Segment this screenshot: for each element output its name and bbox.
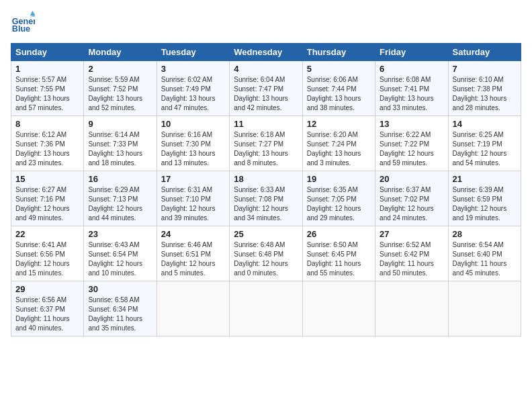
calendar-cell xyxy=(375,281,448,336)
calendar-cell: 13 Sunrise: 6:22 AMSunset: 7:22 PMDaylig… xyxy=(375,116,448,171)
cell-content: Sunrise: 6:16 AMSunset: 7:30 PMDaylight:… xyxy=(161,131,216,167)
calendar-cell: 9 Sunrise: 6:14 AMSunset: 7:33 PMDayligh… xyxy=(84,116,157,171)
cell-content: Sunrise: 6:25 AMSunset: 7:19 PMDaylight:… xyxy=(453,131,507,167)
calendar-cell: 14 Sunrise: 6:25 AMSunset: 7:19 PMDaylig… xyxy=(448,116,521,171)
calendar-cell: 2 Sunrise: 5:59 AMSunset: 7:52 PMDayligh… xyxy=(84,61,157,116)
logo-icon: General Blue xyxy=(11,11,35,35)
day-number: 23 xyxy=(88,229,152,239)
calendar-table: SundayMondayTuesdayWednesdayThursdayFrid… xyxy=(11,43,521,336)
calendar-cell: 12 Sunrise: 6:20 AMSunset: 7:24 PMDaylig… xyxy=(302,116,375,171)
calendar-cell: 16 Sunrise: 6:29 AMSunset: 7:13 PMDaylig… xyxy=(84,171,157,226)
day-number: 18 xyxy=(234,174,298,184)
day-number: 27 xyxy=(380,229,443,239)
cell-content: Sunrise: 6:02 AMSunset: 7:49 PMDaylight:… xyxy=(161,76,216,111)
cell-content: Sunrise: 6:58 AMSunset: 6:34 PMDaylight:… xyxy=(88,296,142,332)
calendar-cell xyxy=(302,281,375,336)
cell-content: Sunrise: 5:59 AMSunset: 7:52 PMDaylight:… xyxy=(88,76,142,111)
cell-content: Sunrise: 6:56 AMSunset: 6:37 PMDaylight:… xyxy=(15,296,70,332)
cell-content: Sunrise: 6:37 AMSunset: 7:02 PMDaylight:… xyxy=(380,186,434,222)
day-number: 14 xyxy=(453,119,517,129)
calendar-cell: 27 Sunrise: 6:52 AMSunset: 6:42 PMDaylig… xyxy=(375,226,448,281)
calendar-cell: 6 Sunrise: 6:08 AMSunset: 7:41 PMDayligh… xyxy=(375,61,448,116)
cell-content: Sunrise: 6:08 AMSunset: 7:41 PMDaylight:… xyxy=(380,76,434,111)
calendar-cell: 29 Sunrise: 6:56 AMSunset: 6:37 PMDaylig… xyxy=(11,281,84,336)
calendar-cell: 22 Sunrise: 6:41 AMSunset: 6:56 PMDaylig… xyxy=(11,226,84,281)
day-header-wednesday: Wednesday xyxy=(230,44,302,61)
day-number: 17 xyxy=(161,174,225,184)
day-number: 24 xyxy=(161,229,225,239)
calendar-cell xyxy=(448,281,521,336)
calendar-cell: 26 Sunrise: 6:50 AMSunset: 6:45 PMDaylig… xyxy=(302,226,375,281)
calendar-cell: 25 Sunrise: 6:48 AMSunset: 6:48 PMDaylig… xyxy=(230,226,302,281)
cell-content: Sunrise: 6:46 AMSunset: 6:51 PMDaylight:… xyxy=(161,241,216,277)
day-number: 15 xyxy=(15,174,79,184)
calendar-cell xyxy=(157,281,229,336)
day-header-saturday: Saturday xyxy=(448,44,521,61)
day-number: 16 xyxy=(88,174,152,184)
cell-content: Sunrise: 6:22 AMSunset: 7:22 PMDaylight:… xyxy=(380,131,434,167)
calendar-cell: 11 Sunrise: 6:18 AMSunset: 7:27 PMDaylig… xyxy=(230,116,302,171)
calendar-cell: 19 Sunrise: 6:35 AMSunset: 7:05 PMDaylig… xyxy=(302,171,375,226)
svg-text:Blue: Blue xyxy=(12,24,30,34)
day-number: 19 xyxy=(307,174,371,184)
cell-content: Sunrise: 6:20 AMSunset: 7:24 PMDaylight:… xyxy=(307,131,361,167)
calendar-cell: 15 Sunrise: 6:27 AMSunset: 7:16 PMDaylig… xyxy=(11,171,84,226)
calendar-cell: 1 Sunrise: 5:57 AMSunset: 7:55 PMDayligh… xyxy=(11,61,84,116)
cell-content: Sunrise: 6:14 AMSunset: 7:33 PMDaylight:… xyxy=(88,131,142,167)
calendar-cell: 5 Sunrise: 6:06 AMSunset: 7:44 PMDayligh… xyxy=(302,61,375,116)
calendar-cell: 3 Sunrise: 6:02 AMSunset: 7:49 PMDayligh… xyxy=(157,61,229,116)
calendar-cell xyxy=(230,281,302,336)
calendar-week-1: 1 Sunrise: 5:57 AMSunset: 7:55 PMDayligh… xyxy=(11,61,521,116)
day-number: 26 xyxy=(307,229,371,239)
day-number: 30 xyxy=(88,284,152,294)
cell-content: Sunrise: 6:29 AMSunset: 7:13 PMDaylight:… xyxy=(88,186,142,222)
cell-content: Sunrise: 6:54 AMSunset: 6:40 PMDaylight:… xyxy=(453,241,507,277)
day-number: 1 xyxy=(15,64,79,74)
cell-content: Sunrise: 6:27 AMSunset: 7:16 PMDaylight:… xyxy=(15,186,70,222)
day-number: 9 xyxy=(88,119,152,129)
day-number: 8 xyxy=(15,119,79,129)
day-number: 3 xyxy=(161,64,225,74)
cell-content: Sunrise: 6:35 AMSunset: 7:05 PMDaylight:… xyxy=(307,186,361,222)
logo: General Blue xyxy=(11,11,35,35)
calendar-cell: 30 Sunrise: 6:58 AMSunset: 6:34 PMDaylig… xyxy=(84,281,157,336)
cell-content: Sunrise: 6:52 AMSunset: 6:42 PMDaylight:… xyxy=(380,241,434,277)
day-number: 2 xyxy=(88,64,152,74)
day-number: 11 xyxy=(234,119,298,129)
cell-content: Sunrise: 6:18 AMSunset: 7:27 PMDaylight:… xyxy=(234,131,288,167)
cell-content: Sunrise: 6:43 AMSunset: 6:54 PMDaylight:… xyxy=(88,241,142,277)
calendar-body: 1 Sunrise: 5:57 AMSunset: 7:55 PMDayligh… xyxy=(11,61,521,336)
day-header-thursday: Thursday xyxy=(302,44,375,61)
cell-content: Sunrise: 6:06 AMSunset: 7:44 PMDaylight:… xyxy=(307,76,361,111)
cell-content: Sunrise: 6:12 AMSunset: 7:36 PMDaylight:… xyxy=(15,131,70,167)
day-number: 25 xyxy=(234,229,298,239)
day-header-sunday: Sunday xyxy=(11,44,84,61)
calendar-cell: 21 Sunrise: 6:39 AMSunset: 6:59 PMDaylig… xyxy=(448,171,521,226)
day-header-tuesday: Tuesday xyxy=(157,44,229,61)
day-number: 6 xyxy=(380,64,443,74)
calendar-week-2: 8 Sunrise: 6:12 AMSunset: 7:36 PMDayligh… xyxy=(11,116,521,171)
calendar-cell: 28 Sunrise: 6:54 AMSunset: 6:40 PMDaylig… xyxy=(448,226,521,281)
day-number: 22 xyxy=(15,229,79,239)
calendar-cell: 4 Sunrise: 6:04 AMSunset: 7:47 PMDayligh… xyxy=(230,61,302,116)
day-number: 10 xyxy=(161,119,225,129)
page-header: General Blue xyxy=(11,11,521,35)
calendar-header-row: SundayMondayTuesdayWednesdayThursdayFrid… xyxy=(11,44,521,61)
day-number: 29 xyxy=(15,284,79,294)
cell-content: Sunrise: 5:57 AMSunset: 7:55 PMDaylight:… xyxy=(15,76,70,111)
cell-content: Sunrise: 6:10 AMSunset: 7:38 PMDaylight:… xyxy=(453,76,507,111)
calendar-cell: 7 Sunrise: 6:10 AMSunset: 7:38 PMDayligh… xyxy=(448,61,521,116)
day-number: 20 xyxy=(380,174,443,184)
cell-content: Sunrise: 6:33 AMSunset: 7:08 PMDaylight:… xyxy=(234,186,288,222)
calendar-cell: 17 Sunrise: 6:31 AMSunset: 7:10 PMDaylig… xyxy=(157,171,229,226)
day-number: 7 xyxy=(453,64,517,74)
calendar-cell: 23 Sunrise: 6:43 AMSunset: 6:54 PMDaylig… xyxy=(84,226,157,281)
day-number: 13 xyxy=(380,119,443,129)
day-number: 21 xyxy=(453,174,517,184)
calendar-cell: 20 Sunrise: 6:37 AMSunset: 7:02 PMDaylig… xyxy=(375,171,448,226)
day-header-friday: Friday xyxy=(375,44,448,61)
calendar-week-3: 15 Sunrise: 6:27 AMSunset: 7:16 PMDaylig… xyxy=(11,171,521,226)
cell-content: Sunrise: 6:39 AMSunset: 6:59 PMDaylight:… xyxy=(453,186,507,222)
cell-content: Sunrise: 6:04 AMSunset: 7:47 PMDaylight:… xyxy=(234,76,288,111)
day-number: 4 xyxy=(234,64,298,74)
